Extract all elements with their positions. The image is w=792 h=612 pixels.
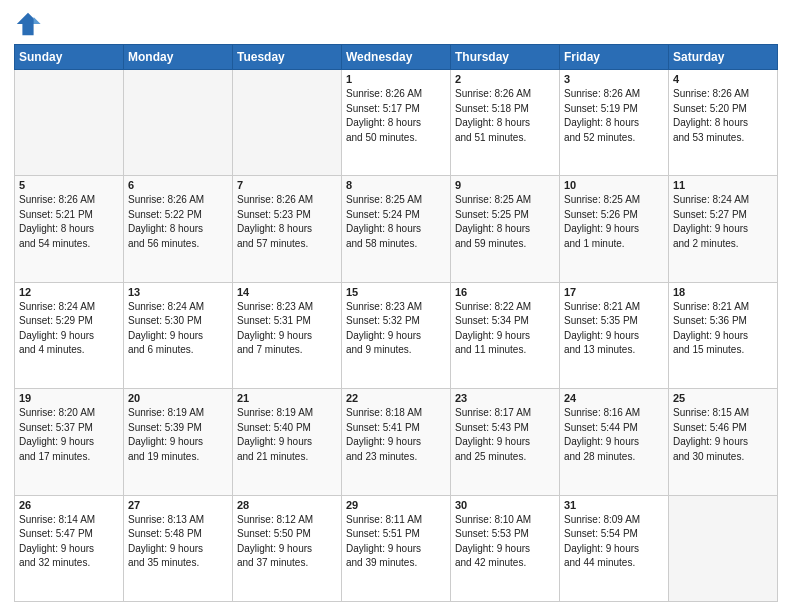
calendar-cell: 4Sunrise: 8:26 AM Sunset: 5:20 PM Daylig… [669, 70, 778, 176]
calendar-cell: 20Sunrise: 8:19 AM Sunset: 5:39 PM Dayli… [124, 389, 233, 495]
day-number: 2 [455, 73, 555, 85]
calendar-cell: 5Sunrise: 8:26 AM Sunset: 5:21 PM Daylig… [15, 176, 124, 282]
week-row-0: 1Sunrise: 8:26 AM Sunset: 5:17 PM Daylig… [15, 70, 778, 176]
day-info: Sunrise: 8:21 AM Sunset: 5:36 PM Dayligh… [673, 300, 773, 358]
calendar-cell: 16Sunrise: 8:22 AM Sunset: 5:34 PM Dayli… [451, 282, 560, 388]
day-number: 21 [237, 392, 337, 404]
day-number: 31 [564, 499, 664, 511]
week-row-3: 19Sunrise: 8:20 AM Sunset: 5:37 PM Dayli… [15, 389, 778, 495]
day-info: Sunrise: 8:10 AM Sunset: 5:53 PM Dayligh… [455, 513, 555, 571]
calendar-cell: 11Sunrise: 8:24 AM Sunset: 5:27 PM Dayli… [669, 176, 778, 282]
calendar-cell [233, 70, 342, 176]
calendar-cell: 27Sunrise: 8:13 AM Sunset: 5:48 PM Dayli… [124, 495, 233, 601]
calendar-cell [124, 70, 233, 176]
day-info: Sunrise: 8:18 AM Sunset: 5:41 PM Dayligh… [346, 406, 446, 464]
calendar-cell: 14Sunrise: 8:23 AM Sunset: 5:31 PM Dayli… [233, 282, 342, 388]
header [14, 10, 778, 38]
calendar-cell: 13Sunrise: 8:24 AM Sunset: 5:30 PM Dayli… [124, 282, 233, 388]
day-number: 30 [455, 499, 555, 511]
day-info: Sunrise: 8:25 AM Sunset: 5:26 PM Dayligh… [564, 193, 664, 251]
calendar-table: SundayMondayTuesdayWednesdayThursdayFrid… [14, 44, 778, 602]
calendar-cell: 3Sunrise: 8:26 AM Sunset: 5:19 PM Daylig… [560, 70, 669, 176]
day-number: 9 [455, 179, 555, 191]
day-number: 24 [564, 392, 664, 404]
day-info: Sunrise: 8:26 AM Sunset: 5:20 PM Dayligh… [673, 87, 773, 145]
calendar-cell: 19Sunrise: 8:20 AM Sunset: 5:37 PM Dayli… [15, 389, 124, 495]
logo [14, 10, 46, 38]
day-number: 25 [673, 392, 773, 404]
day-number: 3 [564, 73, 664, 85]
day-info: Sunrise: 8:26 AM Sunset: 5:19 PM Dayligh… [564, 87, 664, 145]
day-info: Sunrise: 8:23 AM Sunset: 5:31 PM Dayligh… [237, 300, 337, 358]
weekday-header-row: SundayMondayTuesdayWednesdayThursdayFrid… [15, 45, 778, 70]
day-number: 20 [128, 392, 228, 404]
day-info: Sunrise: 8:14 AM Sunset: 5:47 PM Dayligh… [19, 513, 119, 571]
calendar-cell: 2Sunrise: 8:26 AM Sunset: 5:18 PM Daylig… [451, 70, 560, 176]
calendar-cell: 21Sunrise: 8:19 AM Sunset: 5:40 PM Dayli… [233, 389, 342, 495]
calendar-cell: 6Sunrise: 8:26 AM Sunset: 5:22 PM Daylig… [124, 176, 233, 282]
weekday-header-monday: Monday [124, 45, 233, 70]
weekday-header-saturday: Saturday [669, 45, 778, 70]
week-row-4: 26Sunrise: 8:14 AM Sunset: 5:47 PM Dayli… [15, 495, 778, 601]
calendar-cell: 9Sunrise: 8:25 AM Sunset: 5:25 PM Daylig… [451, 176, 560, 282]
day-info: Sunrise: 8:22 AM Sunset: 5:34 PM Dayligh… [455, 300, 555, 358]
weekday-header-tuesday: Tuesday [233, 45, 342, 70]
day-info: Sunrise: 8:13 AM Sunset: 5:48 PM Dayligh… [128, 513, 228, 571]
day-info: Sunrise: 8:21 AM Sunset: 5:35 PM Dayligh… [564, 300, 664, 358]
day-info: Sunrise: 8:26 AM Sunset: 5:22 PM Dayligh… [128, 193, 228, 251]
calendar-cell: 29Sunrise: 8:11 AM Sunset: 5:51 PM Dayli… [342, 495, 451, 601]
day-info: Sunrise: 8:19 AM Sunset: 5:39 PM Dayligh… [128, 406, 228, 464]
day-number: 26 [19, 499, 119, 511]
day-info: Sunrise: 8:25 AM Sunset: 5:24 PM Dayligh… [346, 193, 446, 251]
day-info: Sunrise: 8:25 AM Sunset: 5:25 PM Dayligh… [455, 193, 555, 251]
calendar-cell: 15Sunrise: 8:23 AM Sunset: 5:32 PM Dayli… [342, 282, 451, 388]
day-number: 8 [346, 179, 446, 191]
day-number: 19 [19, 392, 119, 404]
day-number: 4 [673, 73, 773, 85]
calendar-cell: 23Sunrise: 8:17 AM Sunset: 5:43 PM Dayli… [451, 389, 560, 495]
day-number: 12 [19, 286, 119, 298]
calendar-cell: 28Sunrise: 8:12 AM Sunset: 5:50 PM Dayli… [233, 495, 342, 601]
day-info: Sunrise: 8:26 AM Sunset: 5:23 PM Dayligh… [237, 193, 337, 251]
logo-icon [14, 10, 42, 38]
weekday-header-friday: Friday [560, 45, 669, 70]
week-row-1: 5Sunrise: 8:26 AM Sunset: 5:21 PM Daylig… [15, 176, 778, 282]
calendar-cell: 25Sunrise: 8:15 AM Sunset: 5:46 PM Dayli… [669, 389, 778, 495]
day-info: Sunrise: 8:15 AM Sunset: 5:46 PM Dayligh… [673, 406, 773, 464]
day-info: Sunrise: 8:24 AM Sunset: 5:29 PM Dayligh… [19, 300, 119, 358]
calendar-cell: 18Sunrise: 8:21 AM Sunset: 5:36 PM Dayli… [669, 282, 778, 388]
day-number: 10 [564, 179, 664, 191]
day-info: Sunrise: 8:24 AM Sunset: 5:30 PM Dayligh… [128, 300, 228, 358]
weekday-header-sunday: Sunday [15, 45, 124, 70]
day-number: 22 [346, 392, 446, 404]
day-number: 11 [673, 179, 773, 191]
day-info: Sunrise: 8:23 AM Sunset: 5:32 PM Dayligh… [346, 300, 446, 358]
weekday-header-wednesday: Wednesday [342, 45, 451, 70]
page: SundayMondayTuesdayWednesdayThursdayFrid… [0, 0, 792, 612]
svg-marker-1 [34, 17, 41, 24]
day-number: 5 [19, 179, 119, 191]
week-row-2: 12Sunrise: 8:24 AM Sunset: 5:29 PM Dayli… [15, 282, 778, 388]
day-number: 29 [346, 499, 446, 511]
calendar-cell: 1Sunrise: 8:26 AM Sunset: 5:17 PM Daylig… [342, 70, 451, 176]
day-number: 15 [346, 286, 446, 298]
calendar-cell: 30Sunrise: 8:10 AM Sunset: 5:53 PM Dayli… [451, 495, 560, 601]
day-info: Sunrise: 8:24 AM Sunset: 5:27 PM Dayligh… [673, 193, 773, 251]
day-number: 13 [128, 286, 228, 298]
calendar-cell: 24Sunrise: 8:16 AM Sunset: 5:44 PM Dayli… [560, 389, 669, 495]
day-info: Sunrise: 8:26 AM Sunset: 5:17 PM Dayligh… [346, 87, 446, 145]
day-info: Sunrise: 8:16 AM Sunset: 5:44 PM Dayligh… [564, 406, 664, 464]
calendar-cell: 17Sunrise: 8:21 AM Sunset: 5:35 PM Dayli… [560, 282, 669, 388]
calendar-cell: 10Sunrise: 8:25 AM Sunset: 5:26 PM Dayli… [560, 176, 669, 282]
calendar-cell [15, 70, 124, 176]
day-number: 23 [455, 392, 555, 404]
calendar-cell: 26Sunrise: 8:14 AM Sunset: 5:47 PM Dayli… [15, 495, 124, 601]
day-info: Sunrise: 8:12 AM Sunset: 5:50 PM Dayligh… [237, 513, 337, 571]
day-number: 14 [237, 286, 337, 298]
day-number: 17 [564, 286, 664, 298]
day-info: Sunrise: 8:20 AM Sunset: 5:37 PM Dayligh… [19, 406, 119, 464]
day-number: 27 [128, 499, 228, 511]
calendar-cell: 22Sunrise: 8:18 AM Sunset: 5:41 PM Dayli… [342, 389, 451, 495]
calendar-cell: 7Sunrise: 8:26 AM Sunset: 5:23 PM Daylig… [233, 176, 342, 282]
calendar-cell: 12Sunrise: 8:24 AM Sunset: 5:29 PM Dayli… [15, 282, 124, 388]
